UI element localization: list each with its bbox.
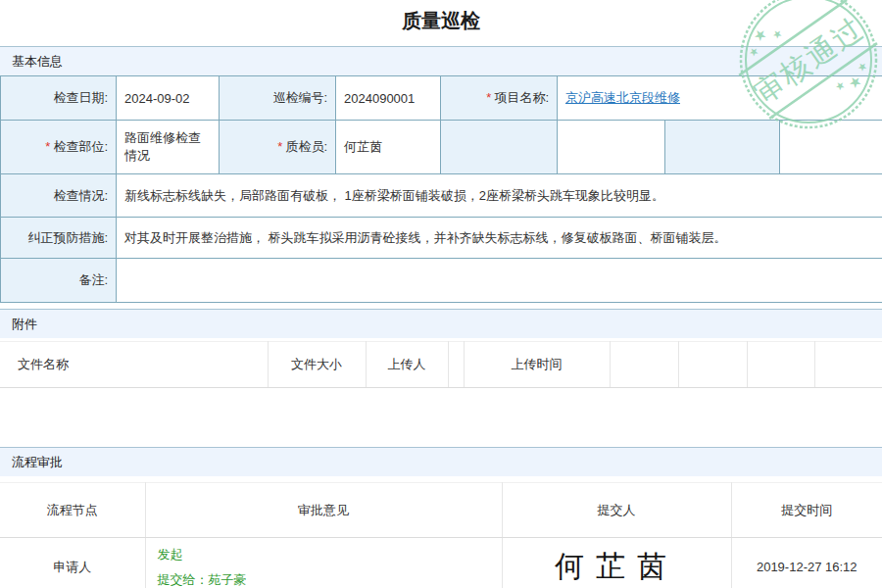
section-header-basic-info: 基本信息 bbox=[0, 46, 882, 75]
project-name-label: *项目名称: bbox=[441, 76, 558, 121]
check-date-value: 2024-09-02 bbox=[117, 76, 220, 121]
patrol-no-value: 2024090001 bbox=[336, 76, 441, 121]
attachments-col-uploader: 上传人 bbox=[366, 342, 448, 388]
approval-opinion-cell: 发起 提交给：苑子豪 bbox=[145, 538, 502, 588]
approval-signature-cell: 何芷茵 bbox=[502, 538, 731, 588]
basic-info-table: 检查日期: 2024-09-02 巡检编号: 2024090001 *项目名称:… bbox=[0, 75, 882, 303]
approval-node-cell: 申请人 bbox=[0, 538, 145, 588]
empty-value-cell bbox=[780, 121, 882, 174]
approval-submit-to-text[interactable]: 提交给：苑子豪 bbox=[158, 567, 501, 588]
check-part-label: *检查部位: bbox=[1, 121, 117, 174]
inspector-value: 何芷茵 bbox=[336, 121, 441, 174]
page-title: 质量巡检 bbox=[0, 0, 882, 38]
section-header-approval: 流程审批 bbox=[0, 447, 882, 476]
empty-label-cell bbox=[441, 121, 558, 174]
approval-col-opinion: 审批意见 bbox=[145, 483, 502, 538]
attachments-col-file-name: 文件名称 bbox=[0, 342, 268, 388]
empty-value-cell bbox=[558, 121, 665, 174]
check-status-value: 新线标志标线缺失，局部路面有破板， 1座桥梁桥面铺装破损，2座桥梁桥头跳车现象比… bbox=[117, 174, 882, 218]
check-date-label: 检查日期: bbox=[1, 76, 117, 121]
approval-table: 流程节点 审批意见 提交人 提交时间 申请人 发起 提交给：苑子豪 何芷茵 20… bbox=[0, 482, 882, 588]
approval-time-cell: 2019-12-27 16:12 bbox=[731, 538, 882, 588]
inspector-label: *质检员: bbox=[220, 121, 336, 174]
required-asterisk: * bbox=[45, 139, 50, 154]
section-header-attachments: 附件 bbox=[0, 309, 882, 338]
remark-label: 备注: bbox=[1, 259, 117, 303]
check-status-label: 检查情况: bbox=[1, 174, 117, 218]
corrective-action-label: 纠正预防措施: bbox=[1, 218, 117, 259]
empty-label-cell bbox=[665, 121, 780, 174]
remark-value bbox=[117, 259, 882, 303]
submitter-signature: 何芷茵 bbox=[555, 550, 678, 582]
attachments-col-empty bbox=[610, 342, 678, 388]
attachments-col-empty bbox=[747, 342, 814, 388]
attachments-col-upload-time: 上传时间 bbox=[464, 342, 610, 388]
approval-col-node: 流程节点 bbox=[0, 483, 145, 538]
corrective-action-value: 对其及时开展整治措施， 桥头跳车拟采用沥青砼接线，并补齐缺失标志标线，修复破板路… bbox=[117, 218, 882, 259]
attachments-col-empty bbox=[814, 342, 882, 388]
approval-col-time: 提交时间 bbox=[731, 483, 882, 538]
approval-action-text: 发起 bbox=[158, 542, 501, 567]
approval-row-applicant: 申请人 发起 提交给：苑子豪 何芷茵 2019-12-27 16:12 bbox=[0, 538, 882, 588]
attachments-col-file-size: 文件大小 bbox=[268, 342, 366, 388]
required-asterisk: * bbox=[277, 139, 282, 154]
quality-inspection-page: { "title": "质量巡检", "stamp": { "text": "审… bbox=[0, 0, 882, 588]
project-name-cell: 京沪高速北京段维修 bbox=[558, 76, 882, 121]
project-name-link[interactable]: 京沪高速北京段维修 bbox=[565, 90, 680, 105]
attachments-col-spacer bbox=[448, 342, 464, 388]
attachments-col-empty bbox=[678, 342, 747, 388]
check-part-value: 路面维修检查情况 bbox=[117, 121, 220, 174]
patrol-no-label: 巡检编号: bbox=[220, 76, 336, 121]
attachments-table: 文件名称 文件大小 上传人 上传时间 bbox=[0, 341, 882, 388]
required-asterisk: * bbox=[486, 90, 491, 105]
approval-col-submitter: 提交人 bbox=[502, 483, 731, 538]
